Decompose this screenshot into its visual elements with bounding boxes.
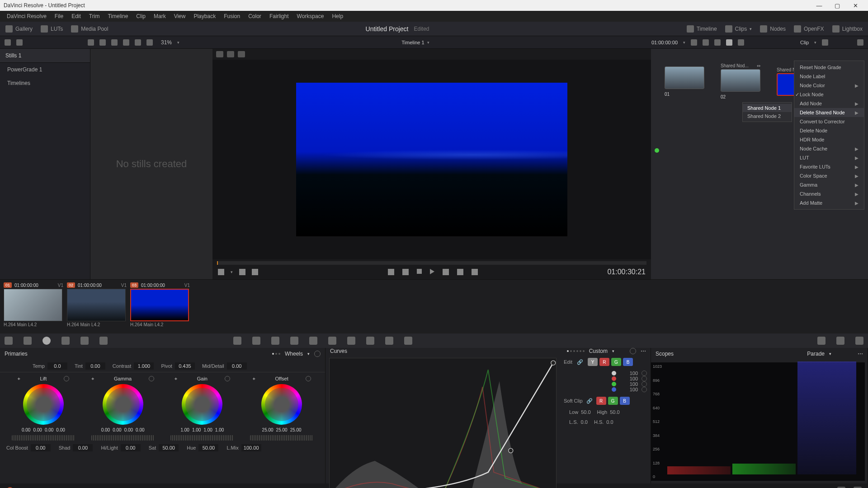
more-icon[interactable] (146, 39, 153, 46)
timeline-button[interactable]: Timeline (687, 25, 717, 33)
curves-mode[interactable]: Custom (589, 348, 608, 354)
channel-reset-2[interactable] (642, 381, 647, 387)
primaries-icon[interactable] (42, 337, 51, 345)
loop-icon[interactable] (472, 269, 478, 275)
list-icon[interactable] (111, 39, 118, 46)
menu-fairlight[interactable]: Fairlight (265, 13, 293, 19)
minimize-button[interactable]: — (810, 2, 828, 9)
menu-playback[interactable]: Playback (189, 13, 220, 19)
channel-val-3[interactable]: 100 (620, 387, 638, 392)
ctx-color-space[interactable]: Color Space▶ (794, 171, 864, 180)
offset-wheel[interactable] (261, 384, 302, 425)
sidebar-item-timelines[interactable]: Timelines (0, 76, 90, 90)
channel-val-1[interactable]: 100 (620, 376, 638, 381)
ctx-convert-to-corrector[interactable]: Convert to Corrector (794, 117, 864, 126)
wand-icon[interactable] (238, 51, 245, 57)
r-channel-button[interactable]: R (599, 358, 609, 366)
channel-dot-1[interactable] (612, 376, 616, 381)
menu-edit[interactable]: Edit (67, 13, 85, 19)
split-icon[interactable] (227, 51, 234, 57)
rgb-mixer-icon[interactable] (80, 337, 89, 345)
hand-icon[interactable] (738, 39, 744, 46)
ctx-lock-node[interactable]: ✓Lock Node (794, 90, 864, 99)
gain-slider[interactable] (170, 435, 234, 441)
gain-reset-icon[interactable] (225, 376, 230, 381)
hs-val[interactable]: 0.0 (606, 419, 613, 425)
menu-fusion[interactable]: Fusion (220, 13, 244, 19)
softclip-link-icon[interactable]: 🔗 (586, 398, 593, 404)
ctx-lut[interactable]: LUT▶ (794, 153, 864, 162)
bypass-icon[interactable] (691, 39, 697, 46)
viewer-timecode[interactable]: 01:00:00:00 (651, 40, 678, 45)
sidebar-toggle-icon[interactable] (5, 39, 11, 46)
ctx-hdr-mode[interactable]: HDR Mode (794, 135, 864, 144)
temp-input[interactable] (47, 362, 67, 370)
channel-val-0[interactable]: 100 (620, 371, 638, 376)
pivot-input[interactable] (175, 362, 195, 370)
gamma-wheel[interactable] (103, 384, 143, 425)
contrast-input[interactable] (134, 362, 154, 370)
clips-button[interactable]: Clips▾ (725, 25, 752, 33)
clip-01[interactable]: 0101:00:00:00V1 H.264 Main L4.2 (4, 282, 63, 331)
curves-graph[interactable] (329, 358, 557, 488)
openfx-button[interactable]: OpenFX (794, 25, 824, 33)
menu-clip[interactable]: Clip (132, 13, 150, 19)
ctx-delete-node[interactable]: Delete Node (794, 126, 864, 135)
nodes-panel[interactable]: 01 Shared Nod...⇔ 02 Shared Nod...⇔ Shar… (651, 49, 868, 279)
prev-frame-icon[interactable] (402, 269, 409, 275)
node-mode[interactable]: Clip (800, 40, 809, 45)
ctx-node-cache[interactable]: Node Cache▶ (794, 144, 864, 153)
curves-more-icon[interactable]: ⋯ (641, 348, 646, 354)
ctx-favorite-luts[interactable]: Favorite LUTs▶ (794, 162, 864, 171)
sort-icon[interactable] (88, 39, 94, 46)
low-val[interactable]: 50.0 (581, 409, 590, 415)
highlight-icon[interactable] (216, 51, 223, 57)
lift-slider[interactable] (12, 435, 75, 441)
sidebar-item-powergrade[interactable]: PowerGrade 1 (0, 63, 90, 76)
nodes-more-icon[interactable] (857, 39, 863, 46)
3d-icon[interactable] (404, 337, 412, 345)
menu-workspace[interactable]: Workspace (293, 13, 328, 19)
zoom-level[interactable]: 31% (161, 39, 172, 46)
ctx-add-node[interactable]: Add Node▶ (794, 99, 864, 108)
auto-balance-icon[interactable] (5, 363, 12, 369)
channel-reset-3[interactable] (642, 387, 647, 392)
eyedropper-icon[interactable] (218, 269, 224, 275)
channel-reset-0[interactable] (642, 371, 647, 376)
sc-g-button[interactable]: G (608, 397, 618, 405)
blur-icon[interactable] (347, 337, 355, 345)
ctx-add-matte[interactable]: Add Matte▶ (794, 198, 864, 207)
last-frame-icon[interactable] (457, 269, 463, 275)
node-1[interactable]: 01 (665, 66, 704, 97)
lift-reset-icon[interactable] (64, 376, 69, 381)
submenu-shared-node-1[interactable]: Shared Node 1 (743, 104, 792, 112)
submenu-shared-node-2[interactable]: Shared Node 2 (743, 112, 792, 120)
magic-mask-icon[interactable] (328, 337, 336, 345)
ctx-gamma[interactable]: Gamma▶ (794, 180, 864, 189)
b-channel-button[interactable]: B (623, 358, 633, 366)
key-icon[interactable] (366, 337, 374, 345)
channel-reset-1[interactable] (642, 376, 647, 381)
tint-input[interactable] (85, 362, 105, 370)
sc-r-button[interactable]: R (596, 397, 606, 405)
dropper-icon[interactable] (16, 39, 23, 46)
hue-input[interactable] (198, 444, 218, 451)
playhead-marker[interactable] (217, 261, 218, 265)
clip-03[interactable]: 0301:00:00:00V1 H.264 Main L4.2 (130, 282, 190, 331)
channel-dot-2[interactable] (612, 382, 616, 386)
motion-icon[interactable] (99, 337, 108, 345)
node-output-icon[interactable] (655, 148, 659, 153)
g-channel-button[interactable]: G (611, 358, 621, 366)
luts-button[interactable]: LUTs (41, 25, 63, 33)
node-options-icon[interactable] (822, 39, 828, 46)
grid-icon[interactable] (99, 39, 106, 46)
gain-wheel[interactable] (182, 384, 222, 425)
offset-slider[interactable] (250, 435, 313, 441)
scopes-icon[interactable] (836, 337, 844, 345)
ctx-channels[interactable]: Channels▶ (794, 189, 864, 198)
shad-input[interactable] (73, 444, 93, 451)
offset-reset-icon[interactable] (306, 376, 311, 381)
gamma-reset-icon[interactable] (149, 376, 154, 381)
info-icon[interactable] (855, 337, 863, 345)
stills-tab[interactable]: Stills 1 (0, 49, 90, 63)
